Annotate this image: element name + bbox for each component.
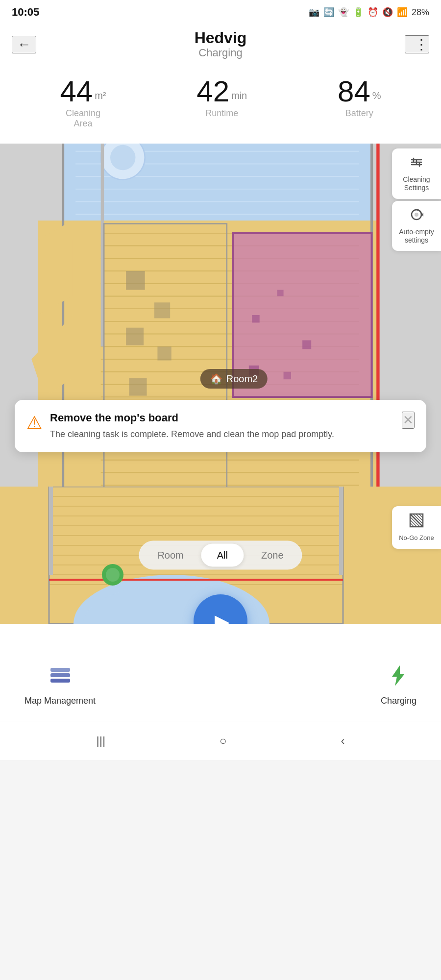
status-time: 10:05: [12, 6, 39, 19]
charging-icon: [386, 663, 411, 692]
notification-close-button[interactable]: ✕: [402, 412, 415, 429]
sync-icon: 🔄: [323, 7, 334, 18]
svg-rect-51: [252, 315, 259, 322]
back-button[interactable]: ←: [12, 36, 36, 53]
cleaning-settings-label: Cleaning Settings: [397, 175, 436, 192]
device-status: Charging: [36, 47, 405, 59]
cleaning-area-label: CleaningArea: [66, 108, 100, 129]
battery-value: 84: [338, 77, 370, 106]
cleaning-settings-icon: [410, 155, 423, 172]
map-side-buttons: Cleaning Settings Auto-empty settings: [392, 148, 441, 251]
cleaning-area-value: 44: [60, 77, 93, 106]
stats-bar: 44 m² CleaningArea 42 min Runtime 84 % B…: [0, 67, 441, 144]
battery-saver-icon: 🔋: [353, 7, 364, 18]
camera-icon: 📷: [309, 7, 319, 18]
runtime-value: 42: [196, 77, 229, 106]
svg-rect-96: [50, 679, 70, 683]
charging-label: Charging: [381, 696, 416, 706]
status-bar: 10:05 📷 🔄 👻 🔋 ⏰ 🔇 📶 28%: [0, 0, 441, 24]
room-name: Room2: [226, 373, 258, 385]
battery-stat: 84 % Battery: [338, 77, 381, 129]
battery-unit: %: [372, 90, 381, 101]
play-button-container: ▶: [194, 594, 247, 624]
bottom-nav-area: Map Management Charging: [0, 624, 441, 721]
svg-rect-39: [101, 144, 104, 220]
svg-line-93: [416, 514, 423, 521]
notification-title: Remove the mop's board: [50, 412, 394, 424]
home-indicator-bar: ||| ○ ‹: [0, 721, 441, 760]
cleaning-area-stat: 44 m² CleaningArea: [60, 77, 106, 129]
runtime-stat: 42 min Runtime: [196, 77, 247, 129]
svg-rect-47: [129, 378, 147, 396]
auto-empty-label: Auto-empty settings: [397, 228, 436, 245]
svg-point-87: [106, 568, 120, 582]
more-button[interactable]: ⋮: [405, 35, 429, 53]
header: ← Hedvig Charging ⋮: [0, 24, 441, 67]
mode-tab-all[interactable]: All: [201, 544, 244, 567]
nogo-label: No-Go Zone: [399, 534, 434, 542]
svg-rect-55: [284, 372, 291, 379]
svg-rect-44: [154, 302, 170, 318]
status-icons: 📷 🔄 👻 🔋 ⏰ 🔇 📶 28%: [309, 7, 429, 18]
mode-tab-zone[interactable]: Zone: [245, 544, 299, 567]
battery-label: Battery: [345, 108, 373, 119]
svg-point-68: [415, 213, 418, 217]
header-title-block: Hedvig Charging: [36, 29, 405, 59]
svg-marker-99: [392, 665, 405, 686]
notification-body: The cleaning task is complete. Remove an…: [50, 428, 394, 441]
svg-rect-45: [126, 328, 144, 345]
battery-percent: 28%: [412, 7, 429, 18]
cleaning-settings-button[interactable]: Cleaning Settings: [392, 148, 441, 199]
svg-rect-52: [277, 290, 284, 296]
map-management-icon: [48, 663, 73, 692]
map-bottom: Room All Zone No-Go Zone ▶: [0, 487, 441, 624]
nogo-zone-button[interactable]: No-Go Zone: [392, 506, 441, 549]
svg-rect-83: [49, 487, 53, 575]
notification-card: ⚠ Remove the mop's board The cleaning ta…: [15, 400, 426, 452]
svg-rect-53: [302, 341, 311, 349]
nav-home-icon[interactable]: ○: [220, 734, 227, 748]
play-button[interactable]: ▶: [194, 594, 247, 624]
svg-point-13: [110, 145, 135, 170]
mode-tabs: Room All Zone: [139, 541, 302, 570]
nogo-icon: [409, 513, 424, 531]
alarm-icon: ⏰: [368, 7, 378, 18]
map-management-nav[interactable]: Map Management: [24, 663, 96, 706]
snapchat-icon: 👻: [338, 7, 349, 18]
nav-back-icon[interactable]: ‹: [341, 734, 345, 748]
svg-line-92: [410, 520, 417, 527]
svg-rect-84: [339, 487, 343, 575]
nav-recent-icon[interactable]: |||: [96, 734, 105, 748]
map-management-label: Map Management: [24, 696, 96, 706]
svg-rect-98: [50, 668, 70, 672]
auto-empty-icon: [410, 208, 423, 225]
svg-rect-43: [126, 271, 145, 290]
mute-icon: 🔇: [382, 7, 393, 18]
charging-nav[interactable]: Charging: [381, 663, 416, 706]
svg-rect-97: [50, 673, 70, 677]
room-label: 🏠 Room2: [200, 369, 268, 389]
cleaning-area-unit: m²: [95, 90, 106, 101]
runtime-label: Runtime: [205, 108, 238, 119]
svg-rect-46: [157, 346, 171, 360]
auto-empty-button[interactable]: Auto-empty settings: [392, 201, 441, 251]
play-icon: ▶: [215, 610, 230, 624]
device-name: Hedvig: [36, 29, 405, 47]
runtime-unit: min: [231, 90, 247, 101]
mode-tab-room[interactable]: Room: [142, 544, 199, 567]
signal-icon: 📶: [397, 7, 408, 18]
warning-icon: ⚠: [26, 413, 42, 433]
map-area[interactable]: Cleaning Settings Auto-empty settings 🏠 …: [0, 144, 441, 487]
home-icon: 🏠: [210, 373, 222, 385]
notification-content: Remove the mop's board The cleaning task…: [50, 412, 394, 441]
